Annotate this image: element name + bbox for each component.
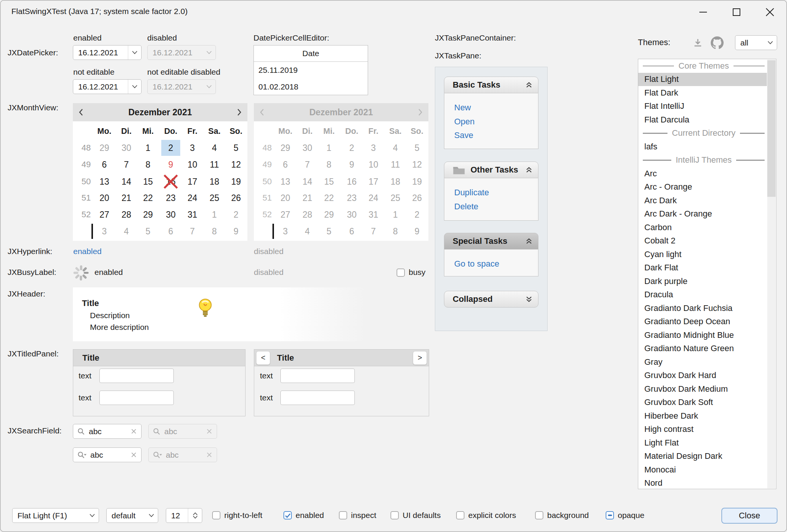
theme-item[interactable]: Flat Dark (638, 86, 776, 100)
theme-item[interactable]: Gradianto Nature Green (638, 342, 776, 356)
task-link[interactable]: Save (454, 129, 538, 143)
titledpanel-prev-button[interactable]: < (256, 351, 270, 365)
calendar-day-cell[interactable]: 22 (143, 193, 153, 203)
calendar-day-cell[interactable]: 20 (99, 193, 109, 203)
calendar-day-cell[interactable]: 25 (209, 193, 219, 203)
calendar-day-cell[interactable]: 4 (212, 143, 217, 153)
scrollbar-thumb[interactable] (767, 60, 776, 197)
task-link[interactable]: New (454, 101, 538, 115)
theme-item[interactable]: Gradianto Deep Ocean (638, 315, 776, 329)
calendar-day-cell[interactable]: 14 (121, 177, 131, 187)
theme-item[interactable]: Cobalt 2 (638, 234, 776, 248)
minimize-button[interactable] (694, 3, 712, 21)
search-field-with-menu-enabled[interactable]: abc (73, 447, 142, 462)
text-input[interactable] (99, 391, 174, 405)
calendar-day-cell[interactable]: 6 (168, 226, 173, 237)
titledpanel-next-button[interactable]: > (413, 351, 427, 365)
checkbox-label[interactable]: UI defaults (403, 510, 441, 521)
themes-filter-combobox[interactable]: all (735, 35, 777, 50)
search-input[interactable]: abc (86, 427, 131, 436)
calendar-day-cell[interactable]: 5 (234, 143, 239, 153)
calendar-day-cell[interactable]: 15 (143, 177, 153, 187)
clear-icon[interactable] (131, 452, 137, 458)
table-row[interactable]: 25.11.2019 (254, 62, 368, 78)
task-link[interactable]: Go to space (454, 257, 538, 271)
checkbox-label[interactable]: right-to-left (224, 510, 262, 521)
checkbox-explicit-colors[interactable] (456, 511, 464, 519)
checkbox-label[interactable]: background (547, 510, 589, 521)
chevron-down-icon[interactable] (128, 80, 141, 94)
calendar-day-cell[interactable]: 7 (190, 226, 195, 237)
taskpane-group-header[interactable]: Special Tasks (444, 233, 538, 250)
theme-item[interactable]: Gray (638, 355, 776, 369)
calendar-day-cell[interactable]: 4 (124, 226, 129, 237)
theme-item[interactable]: Carbon (638, 221, 776, 234)
theme-item[interactable]: Flat Darcula (638, 113, 776, 127)
collapse-chevron-icon[interactable] (525, 238, 533, 245)
theme-item[interactable]: Gruvbox Dark Hard (638, 369, 776, 383)
calendar-day-cell[interactable]: 9 (168, 160, 173, 170)
calendar-day-cell[interactable]: 29 (99, 143, 109, 153)
theme-item[interactable]: Flat IntelliJ (638, 100, 776, 113)
checkbox-label[interactable]: enabled (296, 510, 324, 521)
checkbox-background[interactable] (535, 511, 543, 519)
chevron-right-icon[interactable] (231, 103, 247, 121)
text-input[interactable] (99, 369, 174, 383)
theme-item[interactable]: Arc Dark (638, 194, 776, 207)
calendar-day-cell[interactable]: 18 (209, 177, 219, 187)
collapse-chevron-icon[interactable] (525, 82, 533, 88)
task-link[interactable]: Duplicate (454, 186, 538, 200)
table-column-header[interactable]: Date (254, 46, 368, 62)
taskpane-group-header[interactable]: Collapsed (444, 291, 538, 308)
theme-item[interactable]: Dark purple (638, 275, 776, 288)
taskpane-group-header[interactable]: Basic Tasks (444, 77, 538, 93)
collapse-chevron-icon[interactable] (525, 166, 533, 173)
calendar-day-cell[interactable]: 1 (146, 143, 151, 153)
laf-combobox[interactable]: Flat Light (F1) (12, 508, 99, 523)
theme-item[interactable]: Material Design Dark (638, 450, 776, 463)
calendar-day-cell[interactable]: 31 (187, 210, 197, 220)
search-menu-icon[interactable] (77, 450, 87, 460)
expand-chevron-icon[interactable] (525, 296, 533, 303)
calendar-day-cell[interactable]: 12 (231, 160, 241, 170)
calendar-day-cell[interactable]: 17 (187, 177, 197, 187)
scrollbar-track[interactable] (767, 60, 776, 488)
monthview-enabled[interactable]: Dezember 2021Mo.Di.Mi.Do.Fr.Sa.So.484950… (73, 103, 247, 241)
theme-item[interactable]: Hiberbee Dark (638, 409, 776, 423)
calendar-day-cell[interactable]: 30 (121, 143, 131, 153)
theme-item[interactable]: Flat Light (638, 73, 767, 86)
chevron-down-icon[interactable] (128, 46, 141, 60)
calendar-day-cell[interactable]: 29 (143, 210, 153, 220)
calendar-day-cell[interactable]: 2 (234, 210, 239, 220)
themes-list[interactable]: Core ThemesFlat LightFlat DarkFlat Intel… (638, 59, 776, 489)
calendar-day-cell[interactable]: 28 (121, 210, 131, 220)
datepicker-enabled[interactable]: 16.12.2021 (73, 45, 142, 60)
checkbox-ui-defaults[interactable] (390, 511, 399, 519)
checkbox-opaque[interactable] (606, 511, 614, 519)
theme-item[interactable]: Gradianto Midnight Blue (638, 328, 776, 342)
theme-item[interactable]: Arc Dark - Orange (638, 207, 776, 221)
calendar-day-cell[interactable]: 30 (166, 210, 176, 220)
calendar-day-cell[interactable]: 9 (234, 226, 239, 237)
text-input[interactable] (280, 369, 355, 383)
github-icon[interactable] (711, 36, 724, 49)
calendar-day-cell[interactable]: 26 (231, 193, 241, 203)
theme-item[interactable]: Gruvbox Dark Medium (638, 382, 776, 396)
theme-item[interactable]: Gradianto Dark Fuchsia (638, 301, 776, 315)
calendar-day-cell[interactable]: 21 (121, 193, 131, 203)
calendar-day-cell[interactable]: 3 (190, 143, 195, 153)
checkbox-inspect[interactable] (339, 511, 347, 519)
spinner-buttons[interactable] (188, 508, 202, 523)
busy-checkbox[interactable] (397, 268, 405, 277)
theme-item[interactable]: Dark Flat (638, 261, 776, 275)
checkbox-enabled[interactable] (283, 511, 292, 519)
task-link[interactable]: Delete (454, 200, 538, 214)
theme-item[interactable]: Arc - Orange (638, 180, 776, 194)
theme-item[interactable]: Monocai (638, 463, 776, 477)
theme-item[interactable]: Arc (638, 167, 776, 180)
theme-item[interactable]: Light Flat (638, 436, 776, 450)
calendar-day-cell[interactable]: 24 (187, 193, 197, 203)
theme-item[interactable]: Dracula (638, 288, 776, 302)
hyperlink-enabled[interactable]: enabled (73, 246, 102, 257)
busy-checkbox-label[interactable]: busy (409, 267, 425, 278)
